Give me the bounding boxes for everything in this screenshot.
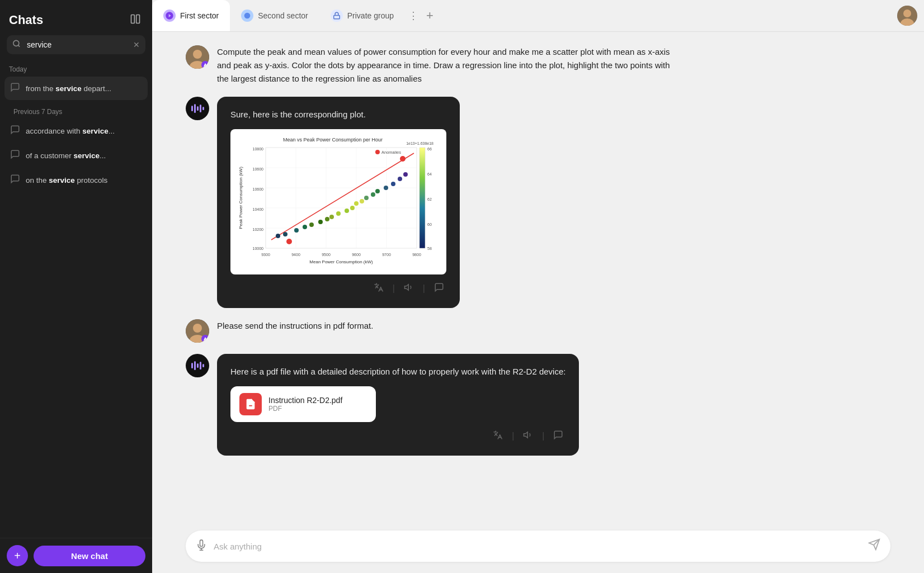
user-message-1: Compute the peak and mean values of powe… xyxy=(217,45,676,86)
pdf-type: PDF xyxy=(268,405,342,413)
svg-text:Mean Power Consumption (kW): Mean Power Consumption (kW) xyxy=(309,259,373,264)
svg-line-3 xyxy=(18,45,20,47)
audio-button-1[interactable] xyxy=(402,280,416,297)
svg-marker-76 xyxy=(524,432,528,438)
sidebar-header: Chats xyxy=(0,0,152,35)
main-panel: First sector Second sector Private group… xyxy=(152,0,924,573)
ai-avatar-2 xyxy=(186,354,209,377)
user-avatar xyxy=(897,6,917,26)
microphone-button[interactable] xyxy=(195,538,208,555)
waveform-icon xyxy=(191,104,204,113)
new-chat-plus-button[interactable]: + xyxy=(7,545,28,566)
svg-point-60 xyxy=(400,156,406,162)
tab-first-sector[interactable]: First sector xyxy=(152,0,230,31)
svg-point-59 xyxy=(403,172,408,177)
tabs-more-button[interactable]: ⋮ xyxy=(405,10,422,22)
svg-text:9400: 9400 xyxy=(291,253,300,257)
svg-marker-74 xyxy=(204,337,207,340)
svg-rect-5 xyxy=(333,15,340,18)
feedback-button-1[interactable] xyxy=(432,280,446,297)
plot-container: Mean vs Peak Power Consumption per Hour … xyxy=(230,129,446,274)
svg-rect-16 xyxy=(266,148,417,248)
ai-message-2: Here is a pdf file with a detailed descr… xyxy=(217,354,579,456)
svg-text:Mean vs Peak Power Consumption: Mean vs Peak Power Consumption per Hour xyxy=(283,137,383,143)
svg-text:10400: 10400 xyxy=(253,207,264,211)
svg-point-47 xyxy=(329,215,334,219)
message-row-user-1: Compute the peak and mean values of powe… xyxy=(186,45,890,86)
list-item[interactable]: of a customer service... xyxy=(4,144,148,167)
search-clear-button[interactable]: ✕ xyxy=(133,40,140,49)
new-chat-button[interactable]: New chat xyxy=(34,546,145,566)
feedback-button-2[interactable] xyxy=(551,428,565,444)
chat-icon xyxy=(10,125,20,137)
ai-message-2-actions: | | xyxy=(230,428,565,444)
sidebar-title: Chats xyxy=(9,13,43,27)
translate-button-1[interactable] xyxy=(371,280,386,297)
svg-text:9700: 9700 xyxy=(382,253,391,257)
svg-marker-70 xyxy=(404,285,408,291)
today-section-label: Today xyxy=(0,63,152,77)
list-item[interactable]: on the service protocols xyxy=(4,168,148,192)
user-badge xyxy=(201,61,209,69)
tab-label-first-sector: First sector xyxy=(180,11,219,20)
tab-private-group[interactable]: Private group xyxy=(319,0,405,31)
chat-icon xyxy=(10,149,20,162)
svg-text:Anomalies: Anomalies xyxy=(381,150,401,155)
svg-point-56 xyxy=(384,186,388,190)
input-area xyxy=(152,524,924,573)
prev7-section-label: Previous 7 Days xyxy=(4,106,148,119)
chat-item-text: of a customer service... xyxy=(26,151,106,160)
chat-item-text: from the service depart... xyxy=(26,84,111,93)
tab-second-sector[interactable]: Second sector xyxy=(230,0,319,31)
tab-icon-first-sector xyxy=(163,10,176,22)
message-row-ai-1: Sure, here is the corresponding plot. Me… xyxy=(186,97,890,308)
svg-point-61 xyxy=(286,239,292,244)
message-row-user-2: Please send the instructions in pdf form… xyxy=(186,319,890,343)
audio-button-2[interactable] xyxy=(521,428,535,444)
svg-point-44 xyxy=(309,222,314,227)
svg-point-40 xyxy=(276,234,280,238)
sidebar-toggle-button[interactable] xyxy=(128,11,143,29)
send-button[interactable] xyxy=(867,537,881,555)
pdf-attachment[interactable]: Instruction R2-D2.pdf PDF xyxy=(230,386,376,422)
list-item[interactable]: from the service depart... xyxy=(4,77,148,100)
translate-button-2[interactable] xyxy=(491,428,505,444)
svg-point-4 xyxy=(244,13,251,19)
sep-4: | xyxy=(542,431,544,441)
waveform-icon-2 xyxy=(191,361,204,370)
svg-text:1e13+1.638e18: 1e13+1.638e18 xyxy=(406,141,433,145)
chat-area: Compute the peak and mean values of powe… xyxy=(152,32,924,524)
input-box xyxy=(186,531,890,562)
svg-text:58: 58 xyxy=(427,247,432,250)
svg-text:66: 66 xyxy=(427,147,432,151)
sidebar: Chats ✕ Today from the service depart... xyxy=(0,0,152,573)
svg-point-50 xyxy=(350,206,355,210)
user-message-2: Please send the instructions in pdf form… xyxy=(217,319,373,333)
tabs-bar: First sector Second sector Private group… xyxy=(152,0,924,32)
svg-point-42 xyxy=(294,228,299,233)
svg-point-2 xyxy=(13,40,19,46)
user-avatar-msg-1 xyxy=(186,45,209,69)
svg-rect-0 xyxy=(131,15,135,23)
chat-input[interactable] xyxy=(214,542,861,551)
list-item[interactable]: accordance with service... xyxy=(4,119,148,143)
ai-message-1-actions: | | xyxy=(230,280,446,297)
chat-list: from the service depart... Previous 7 Da… xyxy=(0,77,152,538)
svg-text:9600: 9600 xyxy=(352,253,361,257)
svg-text:64: 64 xyxy=(427,172,432,176)
tab-icon-second-sector xyxy=(241,10,253,22)
svg-text:60: 60 xyxy=(427,222,432,226)
chat-icon xyxy=(10,82,20,94)
chat-icon xyxy=(10,174,20,186)
svg-point-62 xyxy=(375,150,380,154)
search-box: ✕ xyxy=(7,35,145,54)
svg-point-53 xyxy=(364,196,369,200)
svg-text:10000: 10000 xyxy=(253,247,264,250)
search-input[interactable] xyxy=(7,35,145,54)
svg-point-7 xyxy=(903,10,911,17)
sep-3: | xyxy=(512,431,514,441)
tabs-add-button[interactable]: + xyxy=(422,8,438,23)
scatter-plot: Mean vs Peak Power Consumption per Hour … xyxy=(235,134,442,268)
sep-2: | xyxy=(423,283,425,293)
chat-item-text: accordance with service... xyxy=(26,127,115,135)
